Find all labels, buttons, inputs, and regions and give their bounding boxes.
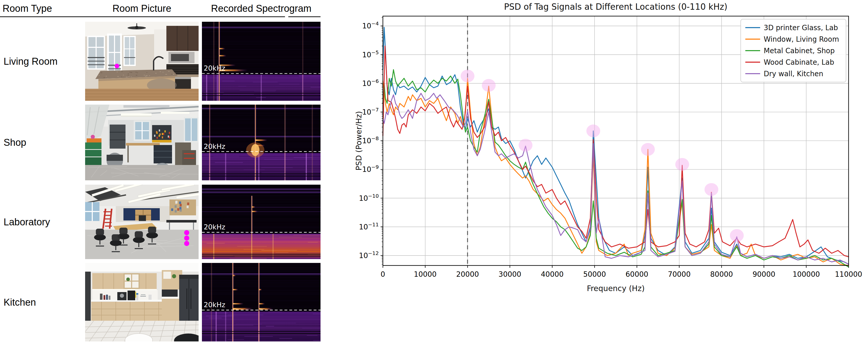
peak-highlight-marker: [519, 139, 532, 152]
room-picture-shop: [85, 105, 198, 180]
y-axis-label: PSD (Power/Hz): [355, 111, 363, 170]
x-tick-label: 30000: [498, 270, 521, 279]
legend-label: Dry wall, Kitchen: [764, 69, 823, 78]
chart-title: PSD of Tag Signals at Different Location…: [504, 2, 727, 12]
spectrogram-laboratory: 20kHz: [202, 185, 320, 259]
table-row-shop: Shop 20kHz 0: [0, 105, 355, 180]
room-type-label: Living Room: [4, 56, 58, 67]
peak-highlight-marker: [482, 79, 496, 92]
psd-chart-canvas: 0100002000030000400005000060000700008000…: [355, 0, 868, 344]
legend-label: Window, Living Room: [764, 35, 839, 43]
room-picture-living-room: [85, 22, 198, 101]
spectrogram-20khz-label: 20kHz: [204, 64, 225, 72]
table-row-kitchen: Kitchen 20kHz 0: [0, 263, 355, 341]
peak-highlight-marker: [675, 158, 689, 171]
x-tick-label: 20000: [456, 270, 479, 279]
legend-label: Wood Cabinate, Lab: [764, 58, 834, 66]
peak-highlight-marker: [730, 229, 744, 242]
room-type-label: Kitchen: [4, 297, 36, 308]
col-header-room-picture: Room Picture: [113, 3, 171, 14]
table-row-laboratory: Laboratory 20kHz 0: [0, 185, 355, 259]
x-tick-label: 0: [380, 270, 385, 279]
x-tick-label: 70000: [668, 270, 691, 279]
header-underline: [288, 17, 320, 17]
spectrogram-20khz-label: 20kHz: [204, 301, 225, 309]
room-type-label: Laboratory: [4, 217, 50, 227]
x-tick-label: 100000: [793, 270, 820, 279]
spectrogram-kitchen: 20kHz: [202, 263, 320, 341]
col-header-room-type: Room Type: [3, 3, 52, 14]
peak-highlight-marker: [705, 183, 718, 196]
peak-highlight-marker: [641, 143, 655, 156]
x-tick-label: 50000: [583, 270, 606, 279]
x-axis-label: Frequency (Hz): [587, 284, 645, 293]
spectrogram-living-room: 20kHz: [202, 22, 320, 101]
x-tick-label: 110000: [835, 270, 862, 279]
peak-highlight-marker: [461, 69, 474, 82]
psd-chart: 0100002000030000400005000060000700008000…: [355, 0, 868, 344]
x-tick-label: 40000: [541, 270, 564, 279]
peak-highlight-marker: [586, 124, 600, 137]
x-tick-label: 90000: [752, 270, 775, 279]
col-header-recorded-spectrogram: Recorded Spectrogram: [211, 3, 312, 14]
legend-label: 3D printer Glass, Lab: [764, 24, 838, 32]
legend-label: Metal Cabinet, Shop: [764, 47, 835, 55]
rooms-table: Room Type Room Picture Recorded Spectrog…: [0, 0, 355, 344]
room-type-label: Shop: [4, 137, 26, 148]
spectrogram-shop: 20kHz: [202, 105, 320, 180]
table-row-living-room: Living Room 20kHz 0: [0, 22, 355, 101]
room-picture-laboratory: [85, 185, 198, 259]
x-tick-label: 60000: [625, 270, 648, 279]
header-underline: [0, 17, 285, 17]
x-tick-label: 80000: [710, 270, 733, 279]
spectrogram-20khz-label: 20kHz: [204, 142, 225, 150]
spectrogram-20khz-label: 20kHz: [204, 223, 225, 231]
x-tick-label: 10000: [414, 270, 437, 279]
room-picture-kitchen: [85, 263, 198, 341]
